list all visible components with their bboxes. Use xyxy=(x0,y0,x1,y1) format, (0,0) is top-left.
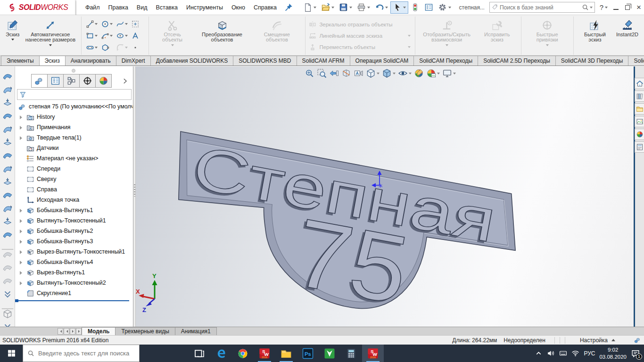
sketch-fillet-tool[interactable] xyxy=(115,42,130,53)
surface-tool-8[interactable] xyxy=(2,164,13,173)
taskbar-search[interactable] xyxy=(23,345,140,362)
options-list-button[interactable] xyxy=(422,1,436,14)
arc-tool[interactable] xyxy=(100,30,115,41)
command-tab[interactable]: Анализировать xyxy=(65,56,116,66)
offset-entities-button[interactable]: Смещение объектов xyxy=(251,18,303,54)
menu-item[interactable]: Правка xyxy=(104,3,132,12)
feature-tree-item[interactable]: степная 75 (По умолчанию<<По умолча xyxy=(15,101,133,112)
display-style-button[interactable] xyxy=(381,68,396,79)
tree-filter-input[interactable] xyxy=(28,91,129,98)
customize-statusbar-button[interactable]: Настройка xyxy=(580,337,615,344)
surface-tool-6[interactable] xyxy=(2,137,13,147)
command-tab[interactable]: Элементы xyxy=(1,56,40,66)
feature-tree-item[interactable]: Бобышка-Вытянуть3 xyxy=(15,236,133,247)
task-view-button[interactable] xyxy=(189,345,210,362)
feature-tree-item[interactable]: Бобышка-Вытянуть4 xyxy=(15,257,133,267)
surface-tool-10[interactable] xyxy=(2,190,13,199)
sign-plate[interactable]: Степная Степная 75 75 xyxy=(153,130,526,327)
knowledge-search[interactable] xyxy=(489,2,595,13)
clock[interactable]: 9:02 03.08.2020 xyxy=(599,346,627,361)
surface-tool-disabled-2[interactable] xyxy=(2,263,13,272)
menu-item[interactable]: Справка xyxy=(249,3,281,12)
toolbar-divider[interactable] xyxy=(1,243,14,246)
design-library-icon[interactable] xyxy=(635,90,644,102)
command-tab[interactable]: Добавления SOLIDWORKS xyxy=(150,56,234,66)
feature-tree-item[interactable]: Датчики xyxy=(15,143,133,153)
menu-item[interactable]: Вставка xyxy=(151,3,182,12)
touch-keyboard-icon[interactable] xyxy=(559,349,567,357)
last-tab-button[interactable] xyxy=(76,328,82,335)
viewer-app[interactable] xyxy=(319,345,340,362)
view-settings-button[interactable] xyxy=(441,68,457,79)
rebuild-button[interactable] xyxy=(408,1,422,14)
surface-tool-9[interactable] xyxy=(2,177,13,186)
surface-tool-13[interactable] xyxy=(2,230,13,239)
trim-entities-button[interactable]: Отсечь объекты xyxy=(151,18,193,54)
linear-pattern-button[interactable]: Линейный массив эскиза xyxy=(309,31,412,41)
move-entities-button[interactable]: Переместить объекты xyxy=(309,42,412,52)
knowledge-search-input[interactable] xyxy=(500,4,582,11)
new-document-button[interactable] xyxy=(301,1,319,14)
chrome-app[interactable] xyxy=(232,345,254,362)
feature-tree-item[interactable]: Скругление1 xyxy=(15,288,133,298)
frame-select-tool[interactable] xyxy=(130,18,145,30)
feature-tree-item[interactable]: Вытянуть-Тонкостенный1 xyxy=(15,215,133,226)
surface-tool-3[interactable] xyxy=(2,98,13,107)
surface-tool-11[interactable] xyxy=(2,203,13,213)
manager-tabs-overflow[interactable] xyxy=(119,74,131,88)
command-tab[interactable]: SolidCAM Переходы xyxy=(413,56,478,66)
edit-appearance-button[interactable] xyxy=(413,68,425,79)
surface-tool-2[interactable] xyxy=(2,84,13,94)
select-button[interactable] xyxy=(390,1,408,14)
command-tab[interactable]: SOLIDWORKS MBD xyxy=(233,56,297,66)
displaymanager-tab[interactable] xyxy=(95,74,112,88)
convert-entities-button[interactable]: Преобразование объектов xyxy=(193,18,251,54)
toolbar-overflow-chevron[interactable] xyxy=(2,322,13,327)
configurationmanager-tab[interactable] xyxy=(63,74,80,88)
cube-tool[interactable] xyxy=(2,309,13,318)
command-tab[interactable]: SolidCAM Многоосева... xyxy=(628,56,644,66)
hide-show-items-button[interactable] xyxy=(397,68,413,79)
menu-item[interactable]: Файл xyxy=(81,3,104,12)
instant2d-button[interactable]: Instant2D xyxy=(614,18,641,54)
spline-tool[interactable] xyxy=(115,18,130,30)
quick-snaps-button[interactable]: Быстрые привязки xyxy=(524,18,571,54)
feature-tree-item[interactable]: Вырез-Вытянуть1 xyxy=(15,267,133,278)
volume-icon[interactable] xyxy=(547,349,555,357)
calculator-app[interactable] xyxy=(340,345,362,362)
action-center-button[interactable]: 1 xyxy=(631,349,640,358)
appearances-icon[interactable] xyxy=(635,129,644,140)
surface-tool-5[interactable] xyxy=(2,124,13,133)
taskbar-search-input[interactable] xyxy=(38,350,135,357)
print-button[interactable] xyxy=(355,1,372,14)
annotation-views-button[interactable] xyxy=(353,68,364,79)
previous-view-button[interactable] xyxy=(328,68,340,79)
feature-tree-item[interactable]: Бобышка-Вытянуть1 xyxy=(15,205,133,215)
view-palette-icon[interactable] xyxy=(635,116,644,127)
toolbar-overflow-chevron[interactable] xyxy=(2,289,13,298)
rectangle-tool[interactable] xyxy=(85,30,100,41)
wifi-icon[interactable] xyxy=(571,349,579,357)
zoom-to-fit-button[interactable] xyxy=(304,68,315,79)
feature-tree-item[interactable]: History xyxy=(15,112,133,122)
apply-scene-button[interactable] xyxy=(425,68,441,79)
repair-sketch-button[interactable]: Исправить эскиз xyxy=(476,18,519,54)
save-button[interactable] xyxy=(337,1,355,14)
minimize-button[interactable] xyxy=(613,5,619,10)
propertymanager-tab[interactable] xyxy=(47,74,64,88)
first-tab-button[interactable] xyxy=(58,328,63,335)
feature-tree-item[interactable]: Спереди xyxy=(15,164,133,174)
command-tab[interactable]: SolidCAM AFRM xyxy=(297,56,350,66)
surface-tool-7[interactable] xyxy=(2,150,13,160)
home-icon[interactable] xyxy=(635,78,644,89)
surface-tool-12[interactable] xyxy=(2,216,13,226)
rapid-sketch-button[interactable]: Быстрый эскиз xyxy=(576,18,614,54)
surface-tool-4[interactable] xyxy=(2,111,13,120)
undo-button[interactable] xyxy=(372,1,390,14)
view-tab[interactable]: Модель xyxy=(82,327,116,335)
feature-tree-item[interactable]: Бобышка-Вытянуть2 xyxy=(15,226,133,236)
line-tool[interactable] xyxy=(85,18,100,30)
language-indicator[interactable]: РУС xyxy=(584,350,595,357)
feature-tree-item[interactable]: Твердые тела(1) xyxy=(15,132,133,143)
feature-tree-item[interactable]: Вытянуть-Тонкостенный2 xyxy=(15,278,133,288)
